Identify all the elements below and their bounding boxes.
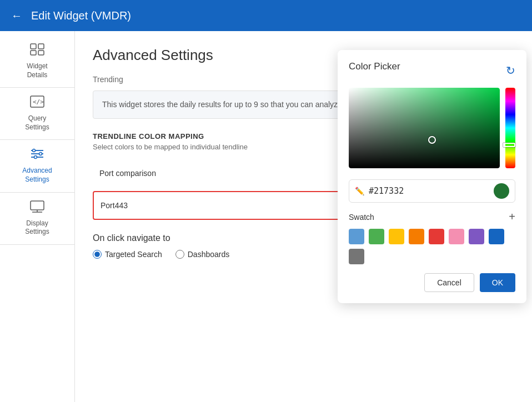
ok-button[interactable]: OK [480,273,515,292]
swatch-orange[interactable] [409,229,424,244]
swatch-yellow[interactable] [389,229,404,244]
svg-rect-3 [38,51,44,55]
svg-text:</>: </> [33,98,44,105]
sidebar-item-display-settings[interactable]: DisplaySettings [0,193,74,245]
port-comparison-label: Port comparison [99,169,156,178]
swatch-purple[interactable] [469,229,484,244]
sidebar: WidgetDetails </> QuerySettings [0,31,75,402]
advanced-settings-icon [30,148,44,163]
radio-targeted-search[interactable]: Targeted Search [93,250,162,259]
picker-title: Color Picker [349,61,400,72]
refresh-icon[interactable]: ↻ [506,64,515,77]
sidebar-item-advanced-settings-label: AdvancedSettings [22,167,52,184]
back-icon: ← [11,9,22,22]
hex-preview-dot [494,183,509,199]
swatch-label: Swatch [349,213,374,222]
swatch-blue-light[interactable] [349,229,364,244]
svg-point-9 [33,149,36,152]
cancel-button[interactable]: Cancel [424,273,474,292]
radio-dashboards-input[interactable] [175,250,184,259]
header: ← Edit Widget (VMDR) [0,0,532,31]
swatch-pink[interactable] [449,229,464,244]
radio-dashboards-label: Dashboards [188,250,230,259]
color-picker-panel: Color Picker ↻ ✏️ Swatch + [338,50,526,303]
hue-cursor [503,143,515,147]
hue-strip[interactable] [505,88,515,168]
swatch-blue-dark[interactable] [489,229,504,244]
widget-details-icon [30,43,44,59]
svg-point-10 [39,153,42,155]
gradient-area[interactable] [349,88,500,168]
svg-rect-12 [31,201,44,210]
swatches-container [349,229,515,264]
sidebar-item-query-settings-label: QuerySettings [25,114,49,132]
svg-rect-0 [31,44,36,49]
hex-input[interactable] [369,186,489,196]
sidebar-item-widget-details-label: WidgetDetails [27,62,47,79]
picker-actions: Cancel OK [349,273,515,292]
sidebar-item-widget-details[interactable]: WidgetDetails [0,36,74,88]
back-button[interactable]: ← [11,9,22,22]
radio-dashboards[interactable]: Dashboards [175,250,230,259]
pencil-icon: ✏️ [355,187,364,195]
svg-rect-2 [31,51,36,55]
swatch-row-header: Swatch + [349,210,515,223]
svg-rect-1 [38,44,44,49]
radio-targeted-search-input[interactable] [93,250,102,259]
query-settings-icon: </> [30,96,44,111]
sidebar-item-query-settings[interactable]: </> QuerySettings [0,88,74,140]
swatch-red[interactable] [429,229,444,244]
hex-input-row: ✏️ [349,179,515,203]
sidebar-item-display-settings-label: DisplaySettings [25,219,49,237]
picker-header: Color Picker ↻ [349,61,515,80]
swatch-grey[interactable] [349,249,364,264]
display-settings-icon [30,200,44,216]
radio-targeted-search-label: Targeted Search [105,250,162,259]
page-title: Edit Widget (VMDR) [31,9,131,22]
swatch-green[interactable] [369,229,384,244]
add-swatch-button[interactable]: + [509,210,515,223]
svg-point-11 [34,156,37,159]
sidebar-item-advanced-settings[interactable]: AdvancedSettings [0,140,74,192]
port443-label: Port443 [101,201,128,210]
